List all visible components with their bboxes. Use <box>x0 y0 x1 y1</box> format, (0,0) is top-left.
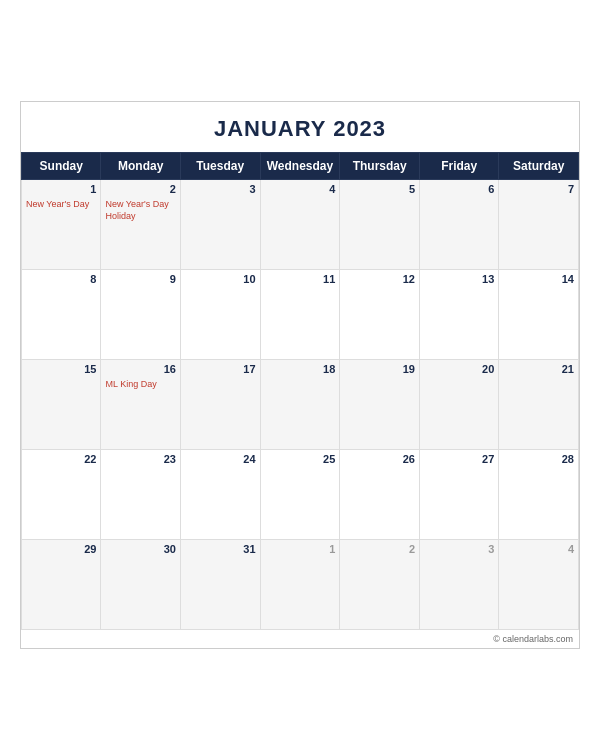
day-number: 17 <box>185 363 256 377</box>
calendar-day-cell: 27 <box>420 450 499 540</box>
calendar-day-cell: 9 <box>101 270 181 360</box>
footer-credit: © calendarlabs.com <box>21 630 579 648</box>
calendar-day-cell: 12 <box>340 270 420 360</box>
holiday-label: ML King Day <box>105 379 176 391</box>
calendar-day-cell: 28 <box>499 450 579 540</box>
day-number: 30 <box>105 543 176 557</box>
day-number: 8 <box>26 273 96 287</box>
calendar-day-cell: 4 <box>499 540 579 630</box>
calendar-day-cell: 26 <box>340 450 420 540</box>
calendar-day-cell: 19 <box>340 360 420 450</box>
calendar-container: JANUARY 2023 SundayMondayTuesdayWednesda… <box>20 101 580 649</box>
calendar-day-cell: 17 <box>180 360 260 450</box>
day-number: 2 <box>344 543 415 557</box>
calendar-day-cell: 14 <box>499 270 579 360</box>
day-number: 21 <box>503 363 574 377</box>
calendar-day-cell: 13 <box>420 270 499 360</box>
day-number: 24 <box>185 453 256 467</box>
calendar-day-cell: 23 <box>101 450 181 540</box>
calendar-day-cell: 1New Year's Day <box>22 180 101 270</box>
day-number: 19 <box>344 363 415 377</box>
calendar-day-cell: 10 <box>180 270 260 360</box>
day-number: 27 <box>424 453 494 467</box>
calendar-header-sunday: Sunday <box>22 153 101 180</box>
day-number: 16 <box>105 363 176 377</box>
day-number: 6 <box>424 183 494 197</box>
calendar-header-friday: Friday <box>420 153 499 180</box>
day-number: 5 <box>344 183 415 197</box>
calendar-day-cell: 15 <box>22 360 101 450</box>
day-number: 1 <box>26 183 96 197</box>
day-number: 28 <box>503 453 574 467</box>
calendar-day-cell: 6 <box>420 180 499 270</box>
day-number: 1 <box>265 543 336 557</box>
calendar-day-cell: 29 <box>22 540 101 630</box>
day-number: 4 <box>503 543 574 557</box>
calendar-day-cell: 11 <box>260 270 340 360</box>
calendar-day-cell: 30 <box>101 540 181 630</box>
day-number: 31 <box>185 543 256 557</box>
day-number: 18 <box>265 363 336 377</box>
calendar-day-cell: 16ML King Day <box>101 360 181 450</box>
calendar-week-row: 1New Year's Day2New Year's Day Holiday34… <box>22 180 579 270</box>
day-number: 2 <box>105 183 176 197</box>
day-number: 12 <box>344 273 415 287</box>
day-number: 14 <box>503 273 574 287</box>
calendar-day-cell: 20 <box>420 360 499 450</box>
holiday-label: New Year's Day Holiday <box>105 199 176 222</box>
calendar-grid: SundayMondayTuesdayWednesdayThursdayFrid… <box>21 152 579 630</box>
day-number: 29 <box>26 543 96 557</box>
day-number: 3 <box>424 543 494 557</box>
day-number: 7 <box>503 183 574 197</box>
day-number: 4 <box>265 183 336 197</box>
calendar-day-cell: 7 <box>499 180 579 270</box>
holiday-label: New Year's Day <box>26 199 96 211</box>
calendar-day-cell: 1 <box>260 540 340 630</box>
day-number: 13 <box>424 273 494 287</box>
day-number: 25 <box>265 453 336 467</box>
calendar-day-cell: 2New Year's Day Holiday <box>101 180 181 270</box>
calendar-day-cell: 3 <box>180 180 260 270</box>
day-number: 23 <box>105 453 176 467</box>
calendar-day-cell: 5 <box>340 180 420 270</box>
calendar-header-wednesday: Wednesday <box>260 153 340 180</box>
calendar-week-row: 891011121314 <box>22 270 579 360</box>
day-number: 20 <box>424 363 494 377</box>
calendar-day-cell: 21 <box>499 360 579 450</box>
calendar-day-cell: 3 <box>420 540 499 630</box>
calendar-header-monday: Monday <box>101 153 181 180</box>
calendar-title: JANUARY 2023 <box>21 102 579 152</box>
day-number: 22 <box>26 453 96 467</box>
day-number: 15 <box>26 363 96 377</box>
day-number: 9 <box>105 273 176 287</box>
calendar-day-cell: 22 <box>22 450 101 540</box>
calendar-day-cell: 25 <box>260 450 340 540</box>
calendar-header-tuesday: Tuesday <box>180 153 260 180</box>
calendar-day-cell: 4 <box>260 180 340 270</box>
calendar-day-cell: 31 <box>180 540 260 630</box>
calendar-week-row: 2930311234 <box>22 540 579 630</box>
day-number: 3 <box>185 183 256 197</box>
calendar-day-cell: 2 <box>340 540 420 630</box>
calendar-week-row: 22232425262728 <box>22 450 579 540</box>
calendar-week-row: 1516ML King Day1718192021 <box>22 360 579 450</box>
calendar-day-cell: 24 <box>180 450 260 540</box>
day-number: 11 <box>265 273 336 287</box>
day-number: 10 <box>185 273 256 287</box>
calendar-day-cell: 18 <box>260 360 340 450</box>
calendar-day-cell: 8 <box>22 270 101 360</box>
calendar-header-thursday: Thursday <box>340 153 420 180</box>
day-number: 26 <box>344 453 415 467</box>
calendar-header-saturday: Saturday <box>499 153 579 180</box>
